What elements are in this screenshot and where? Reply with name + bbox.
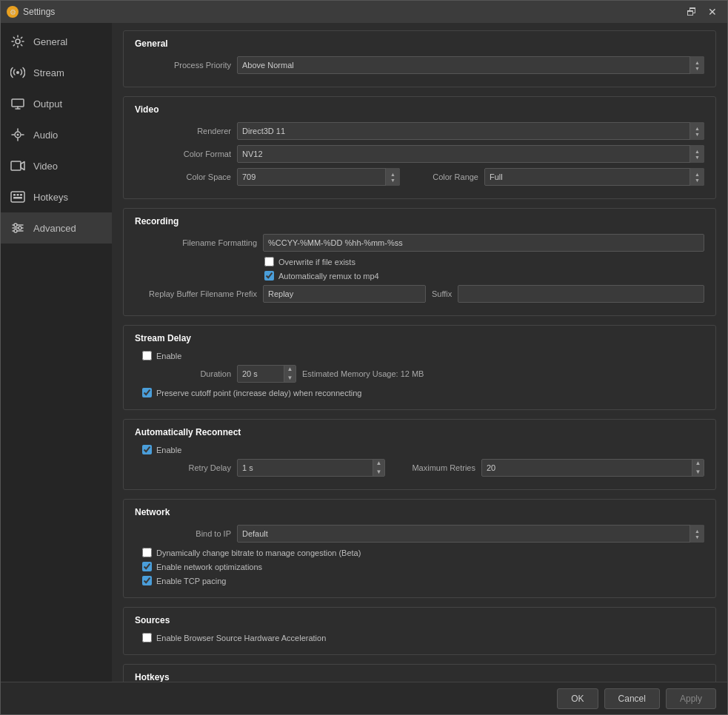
max-retries-input[interactable] (482, 463, 692, 472)
color-format-select[interactable]: NV12 I420 I444 RGB (237, 145, 704, 163)
sources-section: Sources Enable Browser Source Hardware A… (123, 607, 716, 655)
stream-delay-enable-label: Enable (156, 352, 181, 360)
sidebar-label-general: General (33, 36, 67, 47)
output-icon (10, 95, 26, 112)
bind-to-ip-label: Bind to IP (135, 529, 231, 538)
max-retries-up[interactable]: ▲ (692, 459, 704, 468)
memory-usage-text: Estimated Memory Usage: 12 MB (302, 369, 424, 378)
ar-enable-checkbox[interactable] (142, 445, 152, 454)
audio-icon (10, 127, 26, 143)
filename-formatting-input[interactable]: %CCYY-%MM-%DD %hh-%mm-%ss (263, 234, 704, 252)
replay-prefix-label: Replay Buffer Filename Prefix (135, 289, 257, 298)
network-optimizations-checkbox[interactable] (142, 562, 152, 571)
color-space-label: Color Space (135, 172, 231, 181)
duration-down-button[interactable]: ▼ (284, 374, 295, 383)
gear-icon (10, 33, 26, 50)
sidebar-item-output[interactable]: Output (1, 88, 112, 119)
replay-prefix-input[interactable]: Replay (263, 285, 426, 303)
max-retries-label: Maximum Retries (394, 463, 475, 472)
duration-spinbox[interactable]: ▲ ▼ (237, 365, 296, 383)
renderer-select-wrapper[interactable]: Direct3D 11 OpenGL ▲▼ (237, 122, 704, 140)
window-controls: 🗗 ✕ (683, 5, 721, 19)
minimize-button[interactable]: 🗗 (683, 5, 701, 19)
retry-delay-up[interactable]: ▲ (373, 459, 384, 468)
auto-remux-checkbox[interactable] (264, 271, 274, 281)
browser-accel-label: Enable Browser Source Hardware Accelerat… (156, 634, 326, 642)
retry-delay-spinbox[interactable]: ▲ ▼ (237, 459, 385, 477)
svg-point-4 (17, 134, 19, 136)
process-priority-select[interactable]: Above Normal Normal High Idle Realtime (237, 56, 704, 74)
sidebar-item-hotkeys[interactable]: Hotkeys (1, 181, 112, 212)
sidebar-label-audio: Audio (33, 130, 58, 141)
overwrite-checkbox[interactable] (264, 257, 274, 266)
stream-delay-enable-checkbox[interactable] (142, 351, 152, 360)
close-button[interactable]: ✕ (704, 5, 721, 19)
auto-remux-label: Automatically remux to mp4 (278, 272, 379, 281)
bind-to-ip-row: Bind to IP Default ▲▼ (135, 525, 704, 543)
max-retries-buttons: ▲ ▼ (692, 459, 704, 477)
duration-row: Duration ▲ ▼ Estimated Memory Usage: 12 … (135, 365, 704, 383)
stream-delay-title: Stream Delay (135, 333, 704, 343)
hotkeys-section: Hotkeys Hotkey Focus Behavior Never disa… (123, 664, 716, 682)
svg-point-13 (14, 229, 17, 232)
tcp-pacing-label: Enable TCP pacing (156, 577, 226, 585)
svg-point-1 (16, 71, 19, 74)
sidebar-item-video[interactable]: Video (1, 150, 112, 181)
svg-rect-7 (13, 194, 16, 196)
sidebar-item-audio[interactable]: Audio (1, 119, 112, 150)
max-retries-down[interactable]: ▼ (692, 468, 704, 477)
color-range-select[interactable]: Full Partial (484, 168, 704, 186)
color-range-label: Color Range (412, 172, 478, 181)
video-section: Video Renderer Direct3D 11 OpenGL ▲▼ (123, 96, 716, 199)
process-priority-row: Process Priority Above Normal Normal Hig… (135, 56, 704, 74)
sidebar-label-output: Output (33, 98, 62, 110)
process-priority-select-wrapper[interactable]: Above Normal Normal High Idle Realtime ▲… (237, 56, 704, 74)
duration-input[interactable] (238, 369, 284, 378)
network-optimizations-label: Enable network optimizations (156, 563, 262, 571)
duration-spinbox-buttons: ▲ ▼ (284, 365, 295, 383)
duration-up-button[interactable]: ▲ (284, 365, 295, 374)
color-space-select-wrapper[interactable]: 709 601 2100 (PQ) 2100 (HLG) ▲▼ (237, 168, 400, 186)
filename-formatting-label: Filename Formatting (135, 238, 257, 247)
ar-enable-row: Enable (142, 445, 704, 454)
network-section: Network Bind to IP Default ▲▼ Dynamicall (123, 499, 716, 598)
ok-button[interactable]: OK (557, 688, 598, 709)
general-section-title: General (135, 38, 704, 49)
dynamic-bitrate-row: Dynamically change bitrate to manage con… (142, 548, 704, 557)
retry-delay-row: Retry Delay ▲ ▼ Maximum Retries ▲ ▼ (135, 459, 704, 477)
apply-button[interactable]: Apply (666, 688, 716, 709)
suffix-input[interactable] (458, 285, 704, 303)
general-section: General Process Priority Above Normal No… (123, 30, 716, 87)
recording-section-title: Recording (135, 216, 704, 226)
ar-enable-label: Enable (156, 446, 181, 454)
dynamic-bitrate-checkbox[interactable] (142, 548, 152, 557)
retry-delay-input[interactable] (238, 463, 373, 472)
color-space-row: Color Space 709 601 2100 (PQ) 2100 (HLG)… (135, 168, 704, 186)
sidebar-item-advanced[interactable]: Advanced (1, 212, 112, 244)
preserve-checkbox[interactable] (142, 388, 152, 397)
cancel-button[interactable]: Cancel (604, 688, 660, 709)
duration-label: Duration (135, 369, 231, 378)
tcp-pacing-row: Enable TCP pacing (142, 576, 704, 585)
preserve-label: Preserve cutoff point (increase delay) w… (156, 389, 361, 397)
sidebar-item-stream[interactable]: Stream (1, 57, 112, 88)
bind-to-ip-select[interactable]: Default (237, 525, 704, 543)
browser-accel-checkbox[interactable] (142, 633, 152, 642)
renderer-select[interactable]: Direct3D 11 OpenGL (237, 122, 704, 140)
svg-rect-10 (13, 197, 22, 199)
retry-delay-down[interactable]: ▼ (373, 468, 384, 477)
sidebar-item-general[interactable]: General (1, 26, 112, 57)
bind-to-ip-select-wrapper[interactable]: Default ▲▼ (237, 525, 704, 543)
sidebar: General Stream (1, 23, 112, 682)
tcp-pacing-checkbox[interactable] (142, 576, 152, 585)
color-format-row: Color Format NV12 I420 I444 RGB ▲▼ (135, 145, 704, 163)
video-icon (10, 158, 26, 174)
color-format-select-wrapper[interactable]: NV12 I420 I444 RGB ▲▼ (237, 145, 704, 163)
renderer-row: Renderer Direct3D 11 OpenGL ▲▼ (135, 122, 704, 140)
network-optimizations-row: Enable network optimizations (142, 562, 704, 571)
svg-rect-9 (20, 194, 22, 196)
max-retries-spinbox[interactable]: ▲ ▼ (481, 459, 704, 477)
color-range-select-wrapper[interactable]: Full Partial ▲▼ (484, 168, 704, 186)
color-space-select[interactable]: 709 601 2100 (PQ) 2100 (HLG) (237, 168, 400, 186)
sources-section-title: Sources (135, 615, 704, 625)
